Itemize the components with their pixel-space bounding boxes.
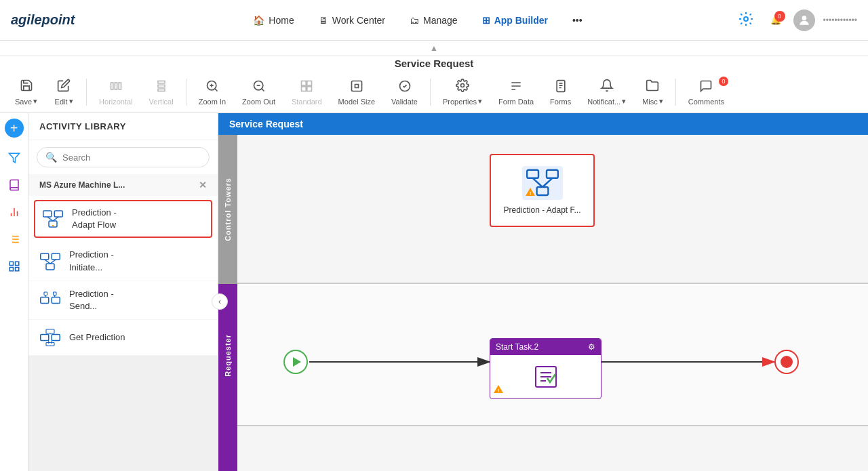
- activity-library-header: ACTIVITY LIBRARY: [28, 113, 218, 140]
- form-data-label: Form Data: [498, 98, 534, 106]
- properties-button[interactable]: Properties ▾: [436, 75, 489, 110]
- get-prediction-icon: [39, 327, 61, 348]
- chevron-up-icon: ▲: [430, 43, 438, 53]
- task-node-warning: !: [493, 384, 504, 396]
- svg-rect-6: [158, 85, 165, 87]
- standard-label: Standard: [292, 98, 322, 106]
- manager-label-bg: Manager: [218, 426, 237, 471]
- svg-rect-18: [307, 86, 312, 91]
- misc-button[interactable]: Misc ▾: [635, 75, 670, 110]
- nav-app-builder[interactable]: ⊞ App Builder: [473, 9, 557, 31]
- svg-line-13: [261, 88, 264, 91]
- chart-icon-btn[interactable]: [2, 200, 26, 224]
- nav-manage[interactable]: 🗂 Manage: [400, 9, 467, 31]
- control-towers-label: Control Towers: [224, 178, 232, 241]
- canvas-title: Service Request: [229, 119, 303, 129]
- zoom-out-label: Zoom Out: [242, 98, 275, 106]
- save-button[interactable]: Save ▾: [8, 75, 44, 110]
- toolbar-sep-4: [675, 79, 676, 106]
- activity-panel: ACTIVITY LIBRARY 🔍 MS Azure Machine L...…: [28, 113, 218, 356]
- svg-line-41: [53, 217, 58, 221]
- user-avatar[interactable]: [793, 9, 815, 31]
- zoom-in-button[interactable]: Zoom In: [192, 75, 233, 110]
- monitor-icon: 🖥: [319, 15, 328, 26]
- comments-label: Comments: [688, 98, 724, 106]
- form-data-button[interactable]: Form Data: [492, 75, 540, 110]
- edit-icon: [57, 79, 71, 96]
- end-node[interactable]: [774, 350, 799, 374]
- search-input[interactable]: [62, 152, 201, 163]
- prediction-adapt-flow-node-label: Prediction - Adapt F...: [503, 205, 580, 215]
- chevron-bar[interactable]: ▲: [0, 41, 868, 56]
- nav-more[interactable]: •••: [563, 9, 592, 31]
- edit-arrow: ▾: [69, 97, 73, 106]
- svg-rect-7: [158, 89, 165, 91]
- activity-items: Prediction -Adapt Flow Prediction -Initi: [28, 196, 218, 356]
- comments-button[interactable]: Comments 0: [682, 75, 731, 110]
- prediction-adapt-flow-node[interactable]: ! Prediction - Adapt F...: [490, 154, 595, 227]
- forms-label: Forms: [550, 98, 571, 106]
- svg-rect-43: [41, 253, 49, 260]
- svg-rect-2: [111, 83, 113, 89]
- svg-point-1: [802, 16, 806, 20]
- collapse-panel-button[interactable]: ‹: [212, 293, 228, 310]
- task-settings-icon[interactable]: ⚙: [588, 342, 595, 352]
- comments-icon: [699, 79, 713, 96]
- settings-icon-btn[interactable]: [734, 7, 758, 33]
- nav-work-center[interactable]: 🖥 Work Center: [309, 9, 395, 31]
- activity-item-get-prediction[interactable]: Get Prediction: [28, 320, 218, 356]
- svg-rect-3: [115, 83, 117, 89]
- svg-rect-38: [54, 211, 62, 217]
- list-icon-btn[interactable]: [2, 227, 26, 251]
- svg-rect-60: [46, 343, 54, 346]
- zoom-out-icon: [252, 79, 266, 96]
- sidebar-icons: +: [0, 113, 28, 471]
- nav-app-builder-label: App Builder: [494, 15, 548, 26]
- book-icon-btn[interactable]: [2, 173, 26, 197]
- add-activity-button[interactable]: +: [5, 119, 24, 138]
- activity-item-prediction-initiate[interactable]: Prediction -Initiate...: [28, 242, 218, 281]
- task-node-label: Start Task.2: [496, 342, 538, 352]
- svg-rect-17: [302, 86, 307, 91]
- svg-rect-33: [9, 262, 13, 265]
- save-arrow: ▾: [33, 97, 37, 106]
- search-box[interactable]: 🔍: [37, 147, 210, 167]
- apps-icon-btn[interactable]: [2, 254, 26, 279]
- close-category-button[interactable]: ✕: [199, 180, 207, 190]
- prediction-node-warning: !: [525, 187, 536, 199]
- prediction-adapt-flow-icon: [42, 208, 64, 230]
- zoom-out-button[interactable]: Zoom Out: [235, 75, 282, 110]
- properties-arrow: ▾: [478, 97, 482, 106]
- notification-btn[interactable]: 🔔 0: [766, 11, 785, 29]
- start-task-node[interactable]: Start Task.2 ⚙: [490, 338, 601, 399]
- top-navigation: agilepoint 🏠 Home 🖥 Work Center 🗂 Manage…: [0, 0, 868, 41]
- svg-line-69: [542, 178, 552, 187]
- vertical-icon: [155, 79, 168, 96]
- activity-item-prediction-send[interactable]: Prediction -Send...: [28, 281, 218, 320]
- start-node[interactable]: [283, 350, 308, 374]
- forms-button[interactable]: Forms: [543, 75, 578, 110]
- properties-label: Properties: [443, 98, 477, 106]
- notifications-button[interactable]: Notificat... ▾: [580, 75, 633, 110]
- svg-marker-23: [9, 153, 19, 163]
- toolbar-sep-1: [86, 79, 87, 106]
- model-size-button[interactable]: Model Size: [332, 75, 382, 110]
- svg-point-0: [744, 17, 748, 21]
- edit-button[interactable]: Edit ▾: [47, 75, 81, 110]
- nav-home[interactable]: 🏠 Home: [243, 9, 303, 31]
- svg-rect-65: [527, 170, 538, 178]
- filter-icon-btn[interactable]: [2, 146, 26, 170]
- prediction-send-icon: [39, 289, 61, 311]
- svg-rect-5: [158, 81, 165, 83]
- logo: agilepoint: [11, 12, 75, 28]
- activity-item-prediction-adapt-flow[interactable]: Prediction -Adapt Flow: [34, 200, 212, 238]
- model-size-icon: [350, 79, 363, 96]
- nav-manage-label: Manage: [423, 15, 458, 26]
- zoom-in-icon: [205, 79, 219, 96]
- canvas-body[interactable]: Control Towers Requester Manager: [218, 135, 868, 471]
- svg-rect-50: [44, 292, 47, 295]
- validate-label: Validate: [391, 98, 418, 106]
- validate-button[interactable]: Validate: [384, 75, 425, 110]
- svg-rect-51: [54, 292, 57, 295]
- grid-icon: ⊞: [482, 15, 490, 26]
